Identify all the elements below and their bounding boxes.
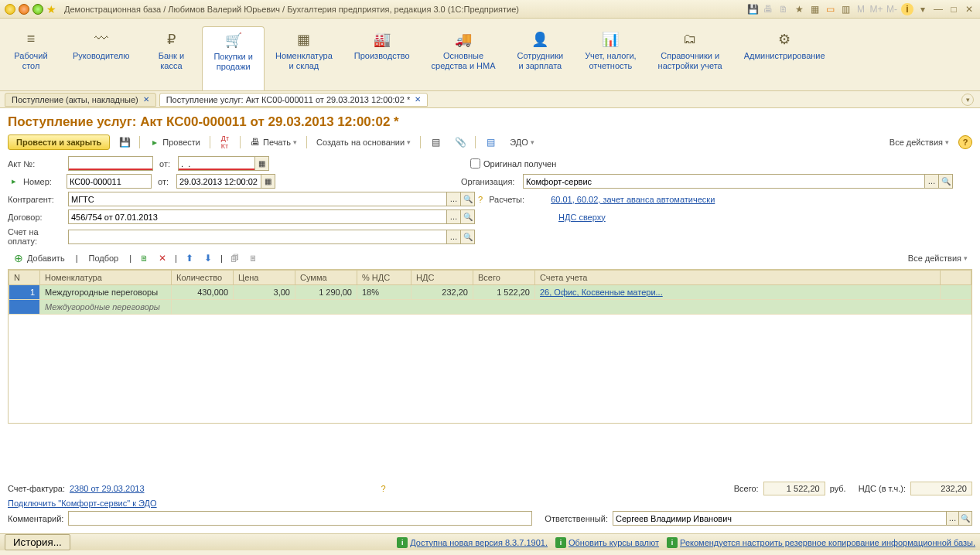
select-icon[interactable]: … <box>925 174 939 189</box>
col-total[interactable]: Всего <box>473 271 535 285</box>
tab-close-icon[interactable]: ✕ <box>143 95 149 104</box>
list-button[interactable]: ▤ <box>480 135 500 149</box>
vat-mode-link[interactable]: НДС сверху <box>558 213 606 222</box>
info-icon[interactable]: i <box>901 3 913 15</box>
pick-button[interactable]: Подбор <box>84 252 123 264</box>
tabs-expand-icon[interactable]: ▾ <box>961 94 974 106</box>
open-icon[interactable]: 🔍 <box>461 230 475 244</box>
print-icon[interactable]: 🖶 <box>762 3 774 15</box>
structure-button[interactable]: ▤ <box>425 135 446 149</box>
clock-icon[interactable]: ▥ <box>839 3 852 15</box>
col-n[interactable]: N <box>9 271 40 285</box>
open-icon[interactable]: 🔍 <box>959 511 972 526</box>
calendar-picker-icon[interactable]: ▦ <box>261 174 275 189</box>
cell-nomenclature[interactable]: Междугородные переговоры <box>40 285 172 300</box>
edo-connect-link[interactable]: Подключить "Комфорт-сервис" к ЭДО <box>8 499 157 508</box>
grid-all-actions-button[interactable]: Все действия <box>903 252 972 264</box>
section-bank[interactable]: ₽Банк икасса <box>140 26 202 90</box>
doc-icon[interactable]: 🗎 <box>777 3 790 15</box>
status-version[interactable]: iДоступна новая версия 8.3.7.1901. <box>397 537 548 548</box>
cell-vat[interactable]: 232,20 <box>411 285 473 300</box>
select-icon[interactable]: … <box>947 511 960 526</box>
col-nomenclature[interactable]: Номенклатура <box>40 271 172 285</box>
section-accounting[interactable]: 📊Учет, налоги,отчетность <box>574 26 647 90</box>
settlements-link[interactable]: 60.01, 60.02, зачет аванса автоматически <box>551 195 715 204</box>
cell-price[interactable]: 3,00 <box>234 285 295 300</box>
open-icon[interactable]: 🔍 <box>461 192 475 206</box>
move-down-icon[interactable]: ⬇ <box>202 252 214 264</box>
tab-receipts-list[interactable]: Поступление (акты, накладные)✕ <box>5 93 156 107</box>
edo-button[interactable]: ЭДО <box>505 136 539 148</box>
act-no-input[interactable] <box>68 156 153 171</box>
items-grid[interactable]: N Номенклатура Количество Цена Сумма % Н… <box>8 269 972 424</box>
counterparty-input[interactable] <box>68 192 447 206</box>
table-row-sub[interactable]: Междугородные переговоры <box>9 300 971 315</box>
dropdown-icon[interactable]: ▾ <box>917 3 929 15</box>
select-icon[interactable]: … <box>447 230 461 244</box>
attach-button[interactable]: 📎 <box>450 135 470 149</box>
cell-n[interactable]: 1 <box>9 285 40 300</box>
col-vat-pct[interactable]: % НДС <box>357 271 411 285</box>
invoice-factura-link[interactable]: 2380 от 29.03.2013 <box>70 484 145 493</box>
star-icon[interactable]: ★ <box>46 3 56 15</box>
open-icon[interactable]: 🔍 <box>461 209 475 224</box>
invoice-input[interactable] <box>68 230 447 244</box>
clipboard-paste-icon[interactable]: 🗏 <box>248 252 260 264</box>
post-and-close-button[interactable]: Провести и закрыть <box>8 134 110 150</box>
cell-accounts[interactable]: 26, Офис, Косвенные матери... <box>535 285 941 300</box>
m-minus-btn[interactable]: M- <box>886 3 898 15</box>
col-price[interactable]: Цена <box>234 271 295 285</box>
window-control-2[interactable] <box>19 4 29 15</box>
responsible-input[interactable] <box>613 511 947 526</box>
hint-icon[interactable]: ? <box>381 484 386 493</box>
act-date-input[interactable] <box>178 156 255 171</box>
print-button[interactable]: 🖶Печать <box>245 135 302 149</box>
section-admin[interactable]: ⚙Администрирование <box>733 26 836 90</box>
select-icon[interactable]: … <box>447 192 461 206</box>
section-nomenclature[interactable]: ▦Номенклатураи склад <box>265 26 343 90</box>
save-icon[interactable]: 💾 <box>746 3 759 15</box>
cell-qty[interactable]: 430,000 <box>172 285 234 300</box>
tab-close-icon[interactable]: ✕ <box>415 95 421 104</box>
section-directories[interactable]: 🗂Справочники инастройки учета <box>647 26 733 90</box>
dtkt-button[interactable]: ДтКт <box>215 135 235 149</box>
calendar-picker-icon[interactable]: ▦ <box>255 156 269 171</box>
original-received-checkbox[interactable]: Оригинал получен <box>470 158 556 169</box>
add-row-button[interactable]: ⊕Добавить <box>8 250 70 266</box>
cell-vat-pct[interactable]: 18% <box>357 285 411 300</box>
section-manager[interactable]: 〰Руководителю <box>62 26 140 90</box>
m-btn[interactable]: M <box>855 3 867 15</box>
m-plus-btn[interactable]: M+ <box>870 3 883 15</box>
tab-receipt-document[interactable]: Поступление услуг: Акт КС00-000011 от 29… <box>159 93 428 107</box>
copy-row-icon[interactable]: 🗎 <box>138 252 150 264</box>
cell-total[interactable]: 1 522,20 <box>473 285 535 300</box>
table-row[interactable]: 1 Междугородные переговоры 430,000 3,00 … <box>9 285 971 300</box>
info-hint-icon[interactable]: ? <box>478 195 483 204</box>
clipboard-copy-icon[interactable]: 🗐 <box>229 252 241 264</box>
window-control-3[interactable] <box>32 4 43 15</box>
org-input[interactable] <box>523 174 925 189</box>
close-icon[interactable]: ✕ <box>963 3 975 15</box>
select-icon[interactable]: … <box>447 209 461 224</box>
contract-input[interactable] <box>68 209 447 224</box>
history-button[interactable]: История... <box>5 534 70 550</box>
minimize-icon[interactable]: — <box>932 3 944 15</box>
save-button[interactable]: 💾 <box>114 135 135 149</box>
all-actions-button[interactable]: Все действия <box>885 136 954 148</box>
delete-row-icon[interactable]: ✕ <box>156 252 169 264</box>
calendar-icon[interactable]: ▦ <box>808 3 821 15</box>
col-vat[interactable]: НДС <box>411 271 473 285</box>
help-icon[interactable]: ? <box>958 135 972 149</box>
cell-sum[interactable]: 1 290,00 <box>295 285 357 300</box>
create-based-button[interactable]: Создать на основании <box>312 136 415 148</box>
col-sum[interactable]: Сумма <box>295 271 357 285</box>
section-staff[interactable]: 👤Сотрудникии зарплата <box>507 26 575 90</box>
number-input[interactable] <box>67 174 152 189</box>
maximize-icon[interactable]: □ <box>948 3 960 15</box>
section-production[interactable]: 🏭Производство <box>343 26 421 90</box>
post-button[interactable]: ▸Провести <box>145 135 205 149</box>
section-desktop[interactable]: ≡Рабочийстол <box>0 26 62 90</box>
window-control-1[interactable] <box>5 4 15 15</box>
calc-icon[interactable]: ▭ <box>824 3 836 15</box>
status-currency[interactable]: iОбновить курсы валют <box>555 537 659 548</box>
